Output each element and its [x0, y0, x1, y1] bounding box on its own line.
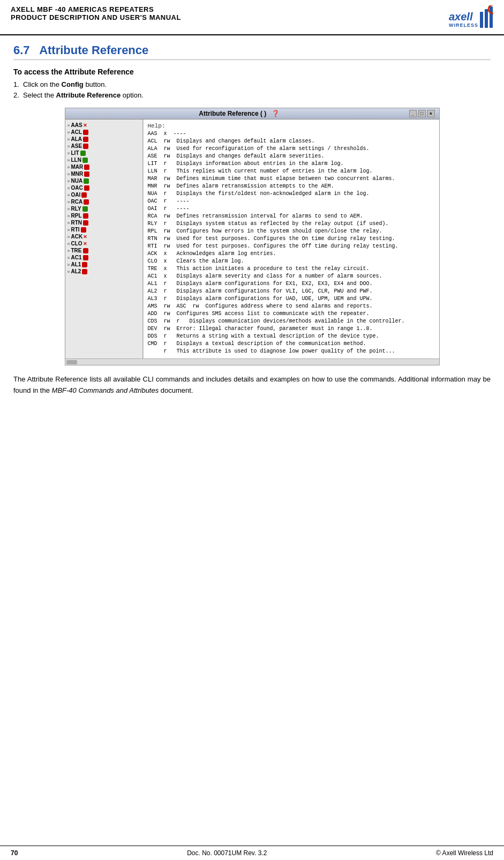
right-help-panel: Help: AAS x ----ACL rw Displays and chan… [143, 119, 439, 358]
help-line: ALA rw Used for reconfiguration of the a… [148, 145, 435, 153]
tree-item-label: ACL [71, 129, 82, 135]
axell-logo-icon: axell WIRELESS [448, 5, 493, 31]
tree-item[interactable]: »LLN [65, 156, 142, 163]
tree-item[interactable]: »AL2 [65, 268, 142, 275]
tree-item-green-icon [82, 206, 88, 212]
tree-item-label: RTI [71, 227, 80, 233]
tree-item-label: LLN [71, 157, 81, 163]
tree-arrow: » [67, 234, 70, 240]
help-line: OAI r ---- [148, 205, 435, 213]
maximize-button[interactable]: □ [418, 110, 426, 117]
help-line: AL3 r Displays alarm configurations for … [148, 295, 435, 303]
help-line: ASE rw Displays and changes default alar… [148, 153, 435, 160]
tree-item-red-icon [84, 185, 89, 191]
tree-item[interactable]: »MAR [65, 163, 142, 170]
tree-arrow: » [67, 123, 70, 128]
svg-text:axell: axell [449, 11, 473, 23]
help-line: MAR rw Defines minimum time that must el… [148, 175, 435, 183]
tree-item[interactable]: »OAC [65, 184, 142, 191]
main-content: 6.7 Attribute Reference To access the At… [0, 35, 504, 846]
tree-item-green-icon [82, 158, 88, 163]
description-text: The Attribute Reference lists all availa… [13, 374, 491, 397]
header-line1: AXELL MBF -40 AMERICAS REPEATERS [11, 5, 181, 13]
help-line: AC1 x Displays alarm severity and class … [148, 273, 435, 280]
tree-item-label: RTN [71, 220, 82, 226]
tree-item-label: AL1 [71, 261, 81, 267]
tree-item-label: AC1 [71, 255, 82, 260]
tree-item-label: RCA [71, 199, 83, 205]
tree-item-x-icon: ✕ [83, 234, 87, 240]
tree-arrow: » [67, 227, 70, 233]
help-line: CLO x Clears the alarm log. [148, 258, 435, 265]
tree-item-label: CLO [71, 241, 82, 246]
tree-arrow: » [67, 241, 70, 246]
tree-item[interactable]: »AC1 [65, 254, 142, 261]
tree-item[interactable]: »OAI [65, 191, 142, 198]
tree-item[interactable]: »RTI [65, 226, 142, 233]
tree-arrow: » [67, 248, 70, 253]
tree-arrow: » [67, 137, 70, 142]
svg-rect-3 [485, 9, 488, 28]
tree-item-red-icon [84, 171, 89, 177]
tree-arrow: » [67, 178, 70, 184]
tree-item-red-icon [84, 199, 89, 205]
tree-item[interactable]: »LIT [65, 149, 142, 156]
tree-arrow: » [67, 220, 70, 226]
tree-item[interactable]: »ALA [65, 136, 142, 143]
screenshot-body: »AAS✕»ACL»ALA»ASE»LIT»LLN»MAR»MNR»NUA»OA… [65, 119, 439, 358]
help-line: ADD rw Configures SMS access list to com… [148, 310, 435, 318]
close-button[interactable]: × [427, 110, 435, 117]
tree-item[interactable]: »AAS✕ [65, 122, 142, 129]
help-line: OAC r ---- [148, 198, 435, 205]
step-1: 1. Click on the Config button. [13, 80, 491, 88]
tree-item-label: RLY [71, 206, 81, 212]
description-italic: MBF-40 Commands and Attributes [52, 386, 159, 394]
help-line: RTI rw Used for test purposes. Configure… [148, 243, 435, 250]
tree-item[interactable]: »ACL [65, 129, 142, 136]
header-text: AXELL MBF -40 AMERICAS REPEATERS PRODUCT… [11, 5, 181, 21]
tree-item[interactable]: »NUA [65, 177, 142, 184]
screenshot-titlebar: Attribute Reference ( ) ❓ _ □ × [65, 108, 439, 119]
tree-item-label: OAI [71, 192, 81, 198]
section-heading: 6.7 Attribute Reference [13, 43, 491, 60]
tree-item[interactable]: »RCA [65, 198, 142, 205]
tree-item-label: MAR [71, 164, 84, 170]
scrollbar-thumb[interactable] [66, 360, 77, 364]
logo-container: axell WIRELESS [448, 5, 493, 31]
help-line: CMD r Displays a textual description of … [148, 340, 435, 348]
tree-item-red-icon [82, 262, 87, 267]
tree-item-red-icon [83, 144, 88, 149]
footer-page-number: 70 [11, 849, 18, 857]
tree-arrow: » [67, 255, 70, 260]
tree-item[interactable]: »RPL [65, 212, 142, 219]
left-tree-panel[interactable]: »AAS✕»ACL»ALA»ASE»LIT»LLN»MAR»MNR»NUA»OA… [65, 119, 143, 358]
tree-item[interactable]: »MNR [65, 170, 142, 177]
help-line: ACK x Acknowledges alarm log entries. [148, 250, 435, 258]
help-line: LLN r This replies with current number o… [148, 168, 435, 175]
tree-item-x-icon: ✕ [83, 241, 87, 246]
header-line2: PRODUCT DESCRIPTION AND USER'S MANUAL [11, 13, 181, 21]
to-access-heading: To access the Attribute Reference [13, 68, 491, 76]
tree-item[interactable]: »ASE [65, 143, 142, 149]
help-line: TRE x This action initiates a procedure … [148, 265, 435, 273]
svg-rect-2 [480, 12, 483, 28]
help-line: DEV rw Error: Illegal character found, p… [148, 325, 435, 333]
tree-arrow: » [67, 185, 70, 191]
tree-arrow: » [67, 199, 70, 205]
tree-item[interactable]: »AL1 [65, 261, 142, 268]
horizontal-scrollbar[interactable] [65, 358, 439, 365]
help-line: CDS rw r Displays communication devices/… [148, 318, 435, 325]
tree-item-label: RPL [71, 213, 82, 219]
tree-item[interactable]: »TRE [65, 247, 142, 254]
section-number: 6.7 [13, 43, 30, 57]
help-header: Help: [148, 123, 435, 129]
tree-item-green-icon [80, 151, 86, 156]
minimize-button[interactable]: _ [409, 110, 417, 117]
tree-item[interactable]: »RTN [65, 219, 142, 226]
tree-arrow: » [67, 151, 70, 156]
tree-item-label: MNR [71, 171, 84, 177]
tree-item[interactable]: »RLY [65, 205, 142, 212]
titlebar-buttons[interactable]: _ □ × [409, 110, 435, 117]
tree-item[interactable]: »ACK✕ [65, 233, 142, 240]
tree-item[interactable]: »CLO✕ [65, 240, 142, 247]
